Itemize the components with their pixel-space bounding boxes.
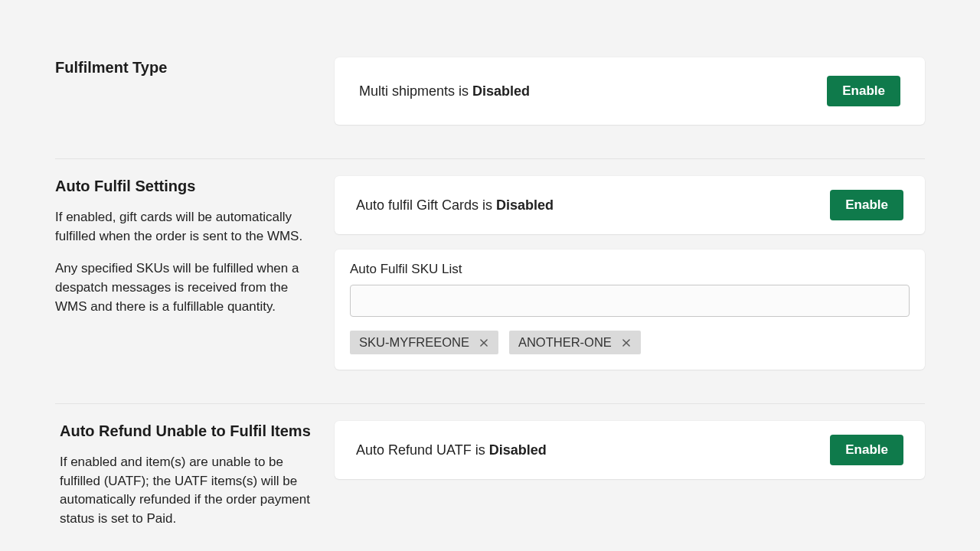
close-icon[interactable] [477,336,491,350]
enable-auto-refund-uatf-button[interactable]: Enable [830,435,903,465]
card-auto-fulfil-skus: Auto Fulfil SKU List SKU-MYFREEONEANOTHE… [335,249,925,370]
sku-chip-label: ANOTHER-ONE [518,335,612,350]
multi-shipments-status: Multi shipments is Disabled [359,83,530,99]
auto-fulfil-sku-list-label: Auto Fulfil SKU List [350,262,910,277]
auto-fulfil-giftcards-status: Auto fulfil Gift Cards is Disabled [356,197,554,214]
sku-chip-label: SKU-MYFREEONE [359,335,469,350]
card-auto-fulfil-giftcards: Auto fulfil Gift Cards is Disabled Enabl… [335,176,925,234]
section-title-fulfilment-type: Fulfilment Type [55,57,316,77]
auto-fulfil-desc-2: Any specified SKUs will be fulfilled whe… [55,259,316,316]
enable-auto-fulfil-giftcards-button[interactable]: Enable [830,190,903,220]
section-auto-refund: Auto Refund Unable to Fulfil Items If en… [55,421,925,551]
auto-refund-desc: If enabled and item(s) are unable to be … [60,453,316,529]
multi-shipments-status-prefix: Multi shipments is [359,83,472,99]
close-icon[interactable] [619,336,633,350]
auto-fulfil-giftcards-status-prefix: Auto fulfil Gift Cards is [356,197,496,213]
auto-refund-uatf-status: Auto Refund UATF is Disabled [356,442,547,458]
section-auto-fulfil: Auto Fulfil Settings If enabled, gift ca… [55,176,925,404]
sku-chip: SKU-MYFREEONE [350,331,498,354]
section-fulfilment-type: Fulfilment Type Multi shipments is Disab… [55,57,925,159]
auto-fulfil-giftcards-status-value: Disabled [496,197,554,213]
card-multi-shipments: Multi shipments is Disabled Enable [335,57,925,125]
section-title-auto-fulfil: Auto Fulfil Settings [55,176,316,196]
auto-fulfil-desc-1: If enabled, gift cards will be automatic… [55,208,316,246]
auto-fulfil-sku-input[interactable] [350,285,910,317]
card-auto-refund-uatf: Auto Refund UATF is Disabled Enable [335,421,925,479]
auto-fulfil-sku-chip-list: SKU-MYFREEONEANOTHER-ONE [350,331,910,354]
auto-refund-uatf-status-prefix: Auto Refund UATF is [356,442,489,458]
section-title-auto-refund: Auto Refund Unable to Fulfil Items [60,421,316,441]
sku-chip: ANOTHER-ONE [509,331,641,354]
enable-multi-shipments-button[interactable]: Enable [827,76,900,106]
auto-refund-uatf-status-value: Disabled [489,442,547,458]
multi-shipments-status-value: Disabled [472,83,530,99]
